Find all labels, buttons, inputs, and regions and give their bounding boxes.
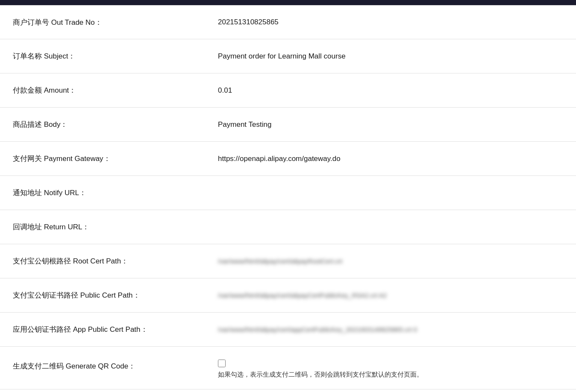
row-amount: 付款金额 Amount：0.01 <box>0 73 576 108</box>
label-root-cert-path: 支付宝公钥根路径 Root Cert Path： <box>0 248 205 275</box>
label-out-trade-no: 商户订单号 Out Trade No： <box>0 9 205 36</box>
label-notify-url: 通知地址 Notify URL： <box>0 179 205 206</box>
row-subject: 订单名称 Subject：Payment order for Learning … <box>0 39 576 73</box>
row-public-cert-path: 支付宝公钥证书路径 Public Cert Path：/var/www/html… <box>0 278 576 313</box>
label-body: 商品描述 Body： <box>0 111 205 138</box>
value-public-cert-path: /var/www/html/alipay/cert/alipayCertPubl… <box>205 283 576 307</box>
value-notify-url <box>205 184 576 202</box>
label-subject: 订单名称 Subject： <box>0 43 205 70</box>
row-root-cert-path: 支付宝公钥根路径 Root Cert Path：/var/www/html/al… <box>0 244 576 278</box>
label-return-url: 回调地址 Return URL： <box>0 214 205 240</box>
row-payment-gateway: 支付网关 Payment Gateway：https://openapi.ali… <box>0 142 576 176</box>
value-out-trade-no: 202151310825865 <box>205 9 576 35</box>
row-qr-code: 生成支付二维码 Generate QR Code：如果勾选，表示生成支付二维码，… <box>0 347 576 389</box>
top-bar <box>0 0 576 5</box>
value-return-url <box>205 219 576 236</box>
row-notify-url: 通知地址 Notify URL： <box>0 176 576 210</box>
value-amount: 0.01 <box>205 78 576 103</box>
value-body: Payment Testing <box>205 112 576 137</box>
value-app-public-cert-path: /var/www/html/alipay/cert/appCertPublicK… <box>205 317 576 342</box>
value-payment-gateway: https://openapi.alipay.com/gateway.do <box>205 146 576 172</box>
row-body: 商品描述 Body：Payment Testing <box>0 108 576 142</box>
label-amount: 付款金额 Amount： <box>0 77 205 104</box>
row-app-public-cert-path: 应用公钥证书路径 App Public Cert Path：/var/www/h… <box>0 313 576 347</box>
qr-code-hint: 如果勾选，表示生成支付二维码，否则会跳转到支付宝默认的支付页面。 <box>218 371 423 379</box>
label-qr-code: 生成支付二维码 Generate QR Code： <box>0 351 205 380</box>
form-container: 商户订单号 Out Trade No：202151310825865订单名称 S… <box>0 5 576 389</box>
label-public-cert-path: 支付宝公钥证书路径 Public Cert Path： <box>0 282 205 309</box>
qr-code-checkbox[interactable] <box>218 360 226 367</box>
value-subject: Payment order for Learning Mall course <box>205 44 576 69</box>
row-out-trade-no: 商户订单号 Out Trade No：202151310825865 <box>0 5 576 39</box>
value-root-cert-path: /var/www/html/alipay/cert/alipayRootCert… <box>205 249 576 273</box>
value-qr-code: 如果勾选，表示生成支付二维码，否则会跳转到支付宝默认的支付页面。 <box>205 351 436 387</box>
row-return-url: 回调地址 Return URL： <box>0 210 576 244</box>
label-app-public-cert-path: 应用公钥证书路径 App Public Cert Path： <box>0 316 205 343</box>
label-payment-gateway: 支付网关 Payment Gateway： <box>0 145 205 172</box>
